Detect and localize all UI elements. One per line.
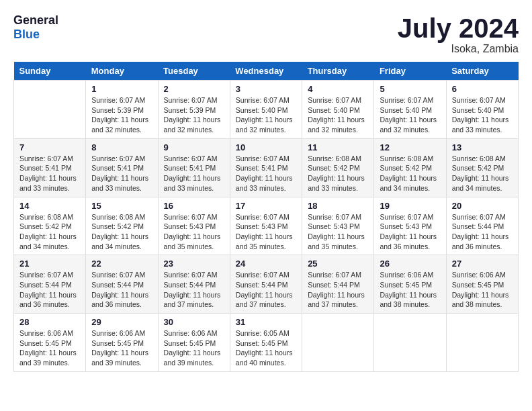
day-info: Sunrise: 6:08 AMSunset: 5:42 PMDaylight:… (452, 154, 513, 193)
day-info: Sunrise: 6:08 AMSunset: 5:42 PMDaylight:… (91, 212, 152, 252)
day-info: Sunrise: 6:06 AMSunset: 5:45 PMDaylight:… (380, 270, 440, 310)
header-cell-tuesday: Tuesday (158, 62, 230, 81)
week-row-5: 28Sunrise: 6:06 AMSunset: 5:45 PMDayligh… (14, 314, 519, 372)
logo-general: General (13, 13, 58, 27)
calendar-cell: 20Sunrise: 6:07 AMSunset: 5:44 PMDayligh… (446, 197, 518, 255)
day-info: Sunrise: 6:06 AMSunset: 5:45 PMDaylight:… (19, 328, 80, 368)
day-number: 2 (164, 84, 224, 94)
day-info: Sunrise: 6:08 AMSunset: 5:42 PMDaylight:… (19, 212, 80, 252)
calendar-cell: 10Sunrise: 6:07 AMSunset: 5:41 PMDayligh… (230, 138, 302, 197)
day-number: 18 (308, 201, 368, 211)
day-number: 28 (19, 317, 80, 327)
day-info: Sunrise: 6:07 AMSunset: 5:40 PMDaylight:… (380, 95, 440, 135)
day-info: Sunrise: 6:07 AMSunset: 5:43 PMDaylight:… (308, 212, 368, 252)
day-info: Sunrise: 6:07 AMSunset: 5:44 PMDaylight:… (452, 212, 513, 252)
logo-blue: Blue (13, 28, 40, 41)
calendar-cell: 22Sunrise: 6:07 AMSunset: 5:44 PMDayligh… (86, 255, 158, 314)
day-info: Sunrise: 6:07 AMSunset: 5:40 PMDaylight:… (452, 95, 513, 135)
day-info: Sunrise: 6:07 AMSunset: 5:39 PMDaylight:… (91, 95, 152, 135)
calendar-cell: 28Sunrise: 6:06 AMSunset: 5:45 PMDayligh… (14, 314, 86, 372)
day-number: 1 (91, 84, 152, 94)
day-info: Sunrise: 6:07 AMSunset: 5:41 PMDaylight:… (236, 154, 296, 193)
day-number: 31 (236, 317, 296, 327)
calendar-cell: 14Sunrise: 6:08 AMSunset: 5:42 PMDayligh… (14, 197, 86, 255)
day-number: 13 (452, 142, 513, 152)
day-number: 4 (308, 84, 368, 94)
header-cell-saturday: Saturday (446, 62, 518, 81)
calendar-cell: 13Sunrise: 6:08 AMSunset: 5:42 PMDayligh… (446, 138, 518, 197)
calendar-table: SundayMondayTuesdayWednesdayThursdayFrid… (13, 62, 519, 372)
calendar-cell: 17Sunrise: 6:07 AMSunset: 5:43 PMDayligh… (230, 197, 302, 255)
day-number: 15 (91, 201, 152, 211)
header-cell-friday: Friday (374, 62, 446, 81)
calendar-cell: 21Sunrise: 6:07 AMSunset: 5:44 PMDayligh… (14, 255, 86, 314)
day-info: Sunrise: 6:08 AMSunset: 5:42 PMDaylight:… (308, 154, 368, 193)
calendar-cell: 5Sunrise: 6:07 AMSunset: 5:40 PMDaylight… (374, 81, 446, 139)
day-number: 21 (19, 259, 80, 269)
calendar-cell: 3Sunrise: 6:07 AMSunset: 5:40 PMDaylight… (230, 81, 302, 139)
day-info: Sunrise: 6:07 AMSunset: 5:43 PMDaylight:… (236, 212, 296, 252)
calendar-cell: 30Sunrise: 6:06 AMSunset: 5:45 PMDayligh… (158, 314, 230, 372)
day-number: 29 (91, 317, 152, 327)
day-number: 20 (452, 201, 513, 211)
calendar-cell: 29Sunrise: 6:06 AMSunset: 5:45 PMDayligh… (86, 314, 158, 372)
header-row: SundayMondayTuesdayWednesdayThursdayFrid… (14, 62, 519, 81)
day-number: 11 (308, 142, 368, 152)
header-cell-wednesday: Wednesday (230, 62, 302, 81)
day-number: 23 (164, 259, 224, 269)
day-number: 8 (91, 142, 152, 152)
calendar-cell: 31Sunrise: 6:05 AMSunset: 5:45 PMDayligh… (230, 314, 302, 372)
day-number: 25 (308, 259, 368, 269)
header-cell-monday: Monday (86, 62, 158, 81)
calendar-cell: 15Sunrise: 6:08 AMSunset: 5:42 PMDayligh… (86, 197, 158, 255)
day-number: 14 (19, 201, 80, 211)
day-info: Sunrise: 6:06 AMSunset: 5:45 PMDaylight:… (164, 328, 224, 368)
calendar-cell: 6Sunrise: 6:07 AMSunset: 5:40 PMDaylight… (446, 81, 518, 139)
day-info: Sunrise: 6:07 AMSunset: 5:44 PMDaylight:… (91, 270, 152, 310)
calendar-cell (14, 81, 86, 139)
calendar-cell (446, 314, 518, 372)
day-number: 3 (236, 84, 296, 94)
day-number: 5 (380, 84, 440, 94)
calendar-cell: 19Sunrise: 6:07 AMSunset: 5:43 PMDayligh… (374, 197, 446, 255)
day-number: 16 (164, 201, 224, 211)
calendar-cell: 8Sunrise: 6:07 AMSunset: 5:41 PMDaylight… (86, 138, 158, 197)
title-block: July 2024 Isoka, Zambia (398, 13, 519, 55)
calendar-cell: 11Sunrise: 6:08 AMSunset: 5:42 PMDayligh… (302, 138, 374, 197)
day-info: Sunrise: 6:08 AMSunset: 5:42 PMDaylight:… (380, 154, 440, 193)
calendar-cell: 7Sunrise: 6:07 AMSunset: 5:41 PMDaylight… (14, 138, 86, 197)
day-info: Sunrise: 6:07 AMSunset: 5:44 PMDaylight:… (308, 270, 368, 310)
calendar-cell: 9Sunrise: 6:07 AMSunset: 5:41 PMDaylight… (158, 138, 230, 197)
day-number: 9 (164, 142, 224, 152)
day-info: Sunrise: 6:07 AMSunset: 5:41 PMDaylight:… (164, 154, 224, 193)
day-info: Sunrise: 6:05 AMSunset: 5:45 PMDaylight:… (236, 328, 296, 368)
calendar-cell: 24Sunrise: 6:07 AMSunset: 5:44 PMDayligh… (230, 255, 302, 314)
day-info: Sunrise: 6:07 AMSunset: 5:41 PMDaylight:… (91, 154, 152, 193)
calendar-cell: 23Sunrise: 6:07 AMSunset: 5:44 PMDayligh… (158, 255, 230, 314)
subtitle: Isoka, Zambia (398, 43, 519, 55)
day-info: Sunrise: 6:07 AMSunset: 5:43 PMDaylight:… (164, 212, 224, 252)
calendar-cell (374, 314, 446, 372)
calendar-cell (302, 314, 374, 372)
main-title: July 2024 (398, 13, 519, 43)
day-number: 30 (164, 317, 224, 327)
day-number: 12 (380, 142, 440, 152)
day-number: 17 (236, 201, 296, 211)
day-info: Sunrise: 6:07 AMSunset: 5:44 PMDaylight:… (164, 270, 224, 310)
calendar-cell: 25Sunrise: 6:07 AMSunset: 5:44 PMDayligh… (302, 255, 374, 314)
week-row-4: 21Sunrise: 6:07 AMSunset: 5:44 PMDayligh… (14, 255, 519, 314)
calendar-cell: 27Sunrise: 6:06 AMSunset: 5:45 PMDayligh… (446, 255, 518, 314)
calendar-cell: 2Sunrise: 6:07 AMSunset: 5:39 PMDaylight… (158, 81, 230, 139)
week-row-3: 14Sunrise: 6:08 AMSunset: 5:42 PMDayligh… (14, 197, 519, 255)
calendar-cell: 18Sunrise: 6:07 AMSunset: 5:43 PMDayligh… (302, 197, 374, 255)
calendar-cell: 4Sunrise: 6:07 AMSunset: 5:40 PMDaylight… (302, 81, 374, 139)
day-info: Sunrise: 6:07 AMSunset: 5:40 PMDaylight:… (308, 95, 368, 135)
day-info: Sunrise: 6:07 AMSunset: 5:41 PMDaylight:… (19, 154, 80, 193)
day-info: Sunrise: 6:07 AMSunset: 5:44 PMDaylight:… (19, 270, 80, 310)
page-header: General Blue July 2024 Isoka, Zambia (13, 13, 519, 55)
day-number: 24 (236, 259, 296, 269)
week-row-2: 7Sunrise: 6:07 AMSunset: 5:41 PMDaylight… (14, 138, 519, 197)
day-info: Sunrise: 6:06 AMSunset: 5:45 PMDaylight:… (91, 328, 152, 368)
calendar-cell: 12Sunrise: 6:08 AMSunset: 5:42 PMDayligh… (374, 138, 446, 197)
day-info: Sunrise: 6:07 AMSunset: 5:40 PMDaylight:… (236, 95, 296, 135)
